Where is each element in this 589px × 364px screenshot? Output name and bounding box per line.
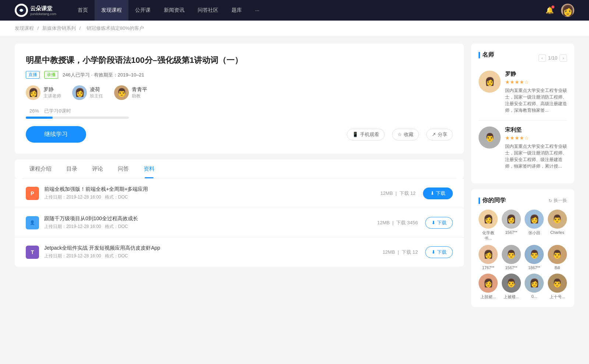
classmate-9-name: 上脱裙... bbox=[480, 294, 496, 300]
resource-meta-3: 上传日期：2019-12-28 16:00 格式：DOC bbox=[44, 253, 382, 259]
classmate-1-avatar: 👩 bbox=[479, 210, 498, 229]
breadcrumb-discover[interactable]: 发现课程 bbox=[15, 25, 34, 31]
share-icon: ↗ bbox=[432, 132, 436, 137]
sidebar-teacher-2-desc: 国内某重点大学安全工程专业硕士，国家一级注册消防工程师、注册安全工程师、级注册建… bbox=[505, 143, 567, 169]
refresh-button[interactable]: ↻ 换一换 bbox=[549, 197, 567, 204]
mobile-label: 手机观看 bbox=[360, 131, 379, 138]
classmate-4[interactable]: 👨 Charles bbox=[548, 210, 567, 241]
classmate-3[interactable]: 👩 张小田 bbox=[525, 210, 544, 241]
teacher-nav: ‹ 1/10 › bbox=[539, 54, 567, 62]
progress-bar-fill bbox=[26, 117, 53, 119]
classmates-title: 你的同学 bbox=[479, 197, 506, 204]
sidebar-teacher-2-stars: ★★★★☆ bbox=[505, 135, 567, 141]
classmate-10[interactable]: 👨 上被楼... bbox=[502, 274, 521, 300]
classmates-grid: 👩 化学教书... 👩 1567** 👩 张小田 👨 Charles 👩 bbox=[479, 210, 567, 300]
content-area: 明星中教授课，小学阶段语法100分–强化级第1讲动词（一） 直播 录播 246人… bbox=[15, 44, 464, 313]
classmates-header: 你的同学 ↻ 换一换 bbox=[479, 197, 567, 204]
classmate-7-name: 1867** bbox=[528, 265, 540, 270]
classmate-12[interactable]: 👨 上十号... bbox=[548, 274, 567, 300]
user-avatar-nav[interactable]: 👩 bbox=[561, 4, 574, 17]
classmate-10-avatar: 👨 bbox=[502, 274, 521, 293]
classmate-6-name: 1567** bbox=[505, 265, 517, 270]
nav-qa[interactable]: 问答社区 bbox=[191, 0, 225, 21]
svg-point-1 bbox=[20, 9, 23, 12]
teachers-sidebar-header: 名师 ‹ 1/10 › bbox=[479, 51, 567, 65]
classmate-7[interactable]: 👨 1867** bbox=[525, 245, 544, 270]
teacher-1-name: 罗静 bbox=[43, 86, 61, 93]
teacher-1-role: 主讲老师 bbox=[43, 93, 61, 99]
classmate-4-avatar: 👨 bbox=[548, 210, 567, 229]
download-icon-1: ⬇ bbox=[430, 190, 434, 196]
progress-bar-bg bbox=[26, 117, 129, 119]
action-buttons: 📱 手机观看 ☆ 收藏 ↗ 分享 bbox=[347, 129, 453, 140]
classmate-5[interactable]: 👩 1767** bbox=[479, 245, 498, 270]
tab-catalog[interactable]: 目录 bbox=[59, 160, 85, 178]
download-button-2[interactable]: ⬇ 下载 bbox=[425, 217, 453, 229]
tab-intro[interactable]: 课程介绍 bbox=[22, 160, 59, 178]
sidebar-teacher-2-avatar: 👨 bbox=[479, 126, 501, 149]
classmate-8[interactable]: 👨 Bill bbox=[548, 245, 567, 270]
course-meta-text: 246人已学习 · 有效期至：2019–10–21 bbox=[63, 72, 144, 78]
nav-more[interactable]: ··· bbox=[248, 0, 266, 21]
share-button[interactable]: ↗ 分享 bbox=[426, 129, 453, 140]
course-meta: 直播 录播 246人已学习 · 有效期至：2019–10–21 bbox=[26, 71, 453, 79]
download-button-1[interactable]: ⬇ 下载 bbox=[423, 188, 453, 199]
badge-replay: 录播 bbox=[44, 71, 58, 79]
breadcrumb: 发现课程 / 新媒体营销系列 / 销冠修炼术搞定80%的客户 bbox=[0, 21, 589, 36]
teacher-3-avatar: 👨 bbox=[114, 85, 129, 100]
resource-info-1: 前端全栈加强版！前端全栈+全周期+多端应用 上传日期：2019-12-28 16… bbox=[44, 186, 380, 200]
teacher-2-avatar: 👩 bbox=[72, 85, 87, 100]
teacher-nav-prev[interactable]: ‹ bbox=[539, 54, 546, 62]
logo[interactable]: 云朵课堂 yundoketang.com bbox=[15, 4, 56, 17]
classmate-12-avatar: 👨 bbox=[548, 274, 567, 293]
teacher-2: 👩 凌荷 班主任 bbox=[72, 85, 103, 100]
classmate-6[interactable]: 👨 1567** bbox=[502, 245, 521, 270]
collect-button[interactable]: ☆ 收藏 bbox=[392, 129, 419, 140]
teacher-nav-next[interactable]: › bbox=[560, 54, 567, 62]
download-button-3[interactable]: ⬇ 下载 bbox=[425, 246, 453, 258]
resource-item-2: 👤 跟随千万级项目从0到100全过程高效成长 上传日期：2019-12-28 1… bbox=[15, 208, 464, 238]
sidebar-teacher-2: 👨 宋利坚 ★★★★☆ 国内某重点大学安全工程专业硕士，国家一级注册消防工程师、… bbox=[479, 126, 567, 169]
nav-public[interactable]: 公开课 bbox=[128, 0, 157, 21]
teacher-1-avatar: 👩 bbox=[26, 85, 40, 100]
resource-list: P 前端全栈加强版！前端全栈+全周期+多端应用 上传日期：2019-12-28 … bbox=[15, 179, 464, 267]
download-icon-2: ⬇ bbox=[431, 220, 435, 225]
classmate-5-name: 1767** bbox=[482, 265, 494, 270]
resource-meta-2: 上传日期：2019-12-28 16:00 格式：DOC bbox=[44, 224, 377, 230]
refresh-label: 换一换 bbox=[554, 197, 567, 204]
download-icon-3: ⬇ bbox=[431, 249, 435, 255]
classmate-4-name: Charles bbox=[550, 230, 564, 235]
nav-discover[interactable]: 发现课程 bbox=[95, 0, 128, 21]
teacher-2-name: 凌荷 bbox=[90, 86, 103, 93]
nav-exam[interactable]: 题库 bbox=[225, 0, 248, 21]
logo-icon bbox=[15, 4, 28, 17]
tab-review[interactable]: 评论 bbox=[85, 160, 110, 178]
resource-info-3: Jetpack全组件实战 开发短视频应用高仿皮皮虾App 上传日期：2019-1… bbox=[44, 245, 382, 259]
classmates-card: 你的同学 ↻ 换一换 👩 化学教书... 👩 1567** 👩 bbox=[471, 189, 574, 307]
teacher-3-name: 青青平 bbox=[132, 86, 147, 93]
classmate-2[interactable]: 👩 1567** bbox=[502, 210, 521, 241]
classmate-1[interactable]: 👩 化学教书... bbox=[479, 210, 498, 241]
classmate-9-avatar: 👩 bbox=[479, 274, 498, 293]
continue-button[interactable]: 继续学习 bbox=[26, 126, 86, 143]
mobile-watch-button[interactable]: 📱 手机观看 bbox=[347, 129, 385, 140]
classmate-11[interactable]: 👩 0... bbox=[525, 274, 544, 300]
classmate-2-avatar: 👩 bbox=[502, 210, 521, 229]
resource-icon-1: P bbox=[26, 187, 39, 200]
teacher-3: 👨 青青平 助教 bbox=[114, 85, 147, 100]
tab-qa[interactable]: 问答 bbox=[110, 160, 136, 178]
bell-icon[interactable]: 🔔 bbox=[546, 6, 554, 14]
classmate-8-avatar: 👨 bbox=[548, 245, 567, 264]
sidebar-teacher-1-avatar: 👩 bbox=[479, 71, 501, 93]
sidebar-teacher-1-name: 罗静 bbox=[505, 71, 567, 78]
divider bbox=[479, 120, 567, 121]
collect-label: 收藏 bbox=[404, 131, 413, 138]
nav-right: 🔔 👩 bbox=[546, 4, 574, 17]
nav-home[interactable]: 首页 bbox=[71, 0, 95, 21]
resource-stats-1: 12MB | 下载 12 bbox=[380, 190, 416, 197]
tab-resource[interactable]: 资料 bbox=[136, 160, 162, 178]
classmate-9[interactable]: 👩 上脱裙... bbox=[479, 274, 498, 300]
teacher-3-role: 助教 bbox=[132, 93, 147, 99]
nav-news[interactable]: 新闻资讯 bbox=[157, 0, 191, 21]
breadcrumb-series[interactable]: 新媒体营销系列 bbox=[42, 25, 76, 31]
